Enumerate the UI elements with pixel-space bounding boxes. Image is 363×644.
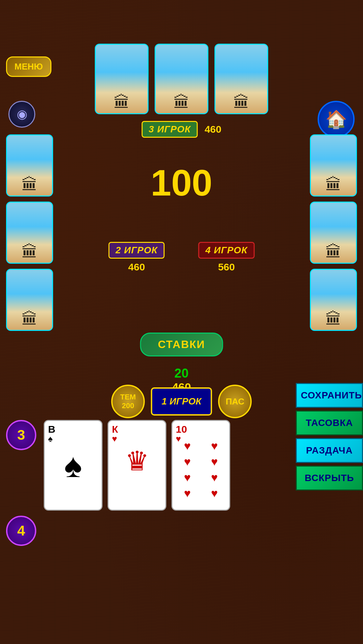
- right-action-buttons: СОХРАНИТЬ ТАСОВКА РАЗДАЧА ВСКРЫТЬ: [296, 383, 363, 490]
- player4-cards: [310, 134, 357, 331]
- player2-card-1: [6, 134, 53, 197]
- player4-label: 4 ИГРОК: [198, 242, 254, 259]
- player2-score: 460: [128, 261, 145, 273]
- player3-label: 3 ИГРОК: [142, 121, 198, 138]
- bottom-controls: ТЕМ200 1 ИГРОК ПАС: [111, 385, 252, 418]
- home-icon: 🏠: [325, 109, 347, 130]
- center-bid: 100: [151, 161, 212, 204]
- hand-cards-area[interactable]: В ♠ ♠ К ♥ ♛ 10 ♥ ♥♥ ♥♥ ♥♥ ♥♥: [44, 420, 230, 511]
- player2-label: 2 ИГРОК: [109, 242, 165, 259]
- card3-rank: 10: [176, 424, 187, 434]
- home-button[interactable]: 🏠: [318, 101, 355, 138]
- hand-card-3[interactable]: 10 ♥ ♥♥ ♥♥ ♥♥ ♥♥: [171, 420, 230, 511]
- pas-button[interactable]: ПАС: [218, 385, 252, 418]
- player4-info: 4 ИГРОК 560: [198, 242, 254, 273]
- player4-card-1: [310, 134, 357, 197]
- card2-rank: К: [112, 424, 118, 434]
- save-button[interactable]: СОХРАНИТЬ: [296, 383, 363, 408]
- player3-card-2: [155, 44, 208, 114]
- hand-card-1[interactable]: В ♠ ♠: [44, 420, 103, 511]
- player4-card-3: [310, 269, 357, 331]
- profile-icon[interactable]: ◉: [8, 101, 35, 128]
- player2-card-2: [6, 202, 53, 264]
- stavki-button[interactable]: СТАВКИ: [140, 333, 223, 356]
- players-mid-area: 2 ИГРОК 460 4 ИГРОК 560: [109, 242, 255, 273]
- player3-card-1: [95, 44, 149, 114]
- card1-rank: В: [48, 424, 55, 434]
- player1-label: 1 ИГРОК: [151, 387, 212, 416]
- player2-cards: [6, 134, 53, 331]
- player4-card-2: [310, 202, 357, 264]
- card1-suit: ♠: [48, 434, 53, 443]
- player2-card-3: [6, 269, 53, 331]
- deal-button[interactable]: РАЗДАЧА: [296, 438, 363, 463]
- player3-info: 3 ИГРОК 460: [142, 121, 221, 138]
- card2-center: ♛: [125, 445, 149, 476]
- reveal-button[interactable]: ВСКРЫТЬ: [296, 466, 363, 490]
- player-badges: 3 4: [6, 420, 36, 546]
- tem-label: ТЕМ200: [120, 393, 136, 411]
- menu-button[interactable]: МЕНЮ: [6, 56, 51, 77]
- badge-3: 3: [6, 420, 36, 450]
- tem-button[interactable]: ТЕМ200: [111, 385, 145, 418]
- player4-score: 560: [218, 261, 235, 273]
- card1-center: ♠: [64, 446, 82, 485]
- hand-card-2[interactable]: К ♥ ♛: [108, 420, 166, 511]
- player3-card-3: [214, 44, 268, 114]
- pas-label: ПАС: [226, 396, 244, 407]
- profile-symbol: ◉: [17, 107, 27, 121]
- small-bid: 20: [172, 366, 191, 381]
- shuffle-button[interactable]: ТАСОВКА: [296, 411, 363, 435]
- player3-cards: [95, 44, 268, 114]
- player3-score: 460: [205, 124, 221, 135]
- card2-suit: ♥: [112, 434, 117, 443]
- player2-info: 2 ИГРОК 460: [109, 242, 165, 273]
- card3-pips: ♥♥ ♥♥ ♥♥ ♥♥: [175, 439, 227, 500]
- badge-4: 4: [6, 516, 36, 546]
